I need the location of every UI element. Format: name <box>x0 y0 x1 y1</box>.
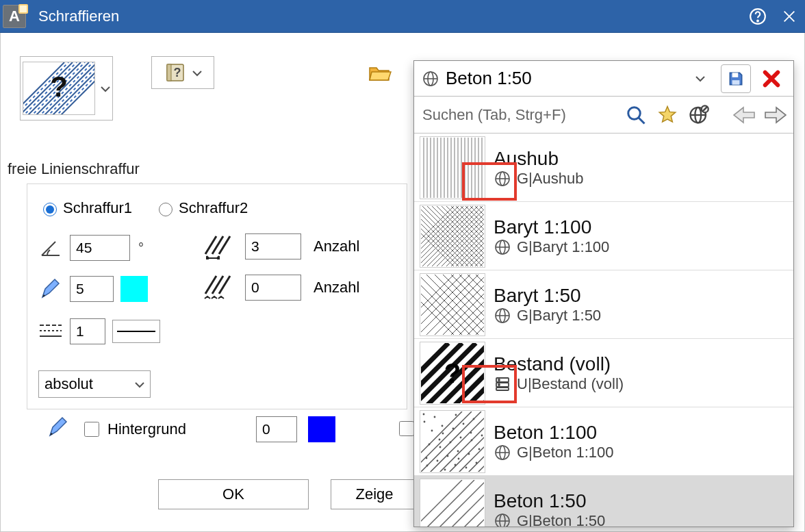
list-item[interactable]: Baryt 1:100 G|Baryt 1:100 <box>414 202 793 270</box>
nav-back-icon[interactable] <box>732 103 756 127</box>
pen-input[interactable] <box>70 276 114 302</box>
svg-point-190 <box>478 448 481 450</box>
list-item[interactable]: Beton 1:50 G|Beton 1:50 <box>414 476 793 527</box>
section-label: freie Linienschraffur <box>8 160 140 178</box>
background-value-input[interactable] <box>256 416 297 442</box>
linetype-input[interactable] <box>70 318 105 344</box>
svg-point-180 <box>442 425 444 427</box>
svg-point-197 <box>468 453 470 455</box>
save-button[interactable] <box>721 64 751 93</box>
favorite-star-icon[interactable] <box>655 103 680 127</box>
pencil-icon <box>47 416 71 442</box>
pattern-thumb <box>420 136 485 199</box>
search-input[interactable]: Suchen (Tab, Strg+F) <box>420 103 617 127</box>
degree-label: ° <box>138 240 144 256</box>
globe-icon <box>494 238 511 256</box>
angle-icon <box>38 236 63 260</box>
svg-line-81 <box>470 206 484 266</box>
svg-point-185 <box>460 436 462 438</box>
globe-icon <box>421 69 440 88</box>
dropdown-toggle[interactable] <box>685 64 715 93</box>
search-icon[interactable] <box>624 103 648 127</box>
chevron-down-icon <box>101 86 110 91</box>
svg-line-123 <box>451 275 484 335</box>
pattern-thumb: ? <box>420 342 485 405</box>
svg-rect-160 <box>496 388 509 390</box>
svg-point-181 <box>457 450 459 452</box>
svg-point-183 <box>429 443 431 445</box>
x-icon <box>762 69 781 88</box>
radio-schraffur1[interactable]: Schraffur1 <box>40 199 132 217</box>
svg-point-201 <box>471 439 473 441</box>
pattern-thumb <box>420 410 485 473</box>
ok-button[interactable]: OK <box>158 479 309 509</box>
svg-line-164 <box>421 411 472 472</box>
svg-text:?: ? <box>174 66 181 79</box>
svg-text:?: ? <box>50 71 68 103</box>
svg-rect-19 <box>167 64 171 81</box>
svg-point-186 <box>476 461 478 464</box>
linetype-preview[interactable] <box>112 320 160 343</box>
background-color-swatch[interactable] <box>308 416 335 442</box>
svg-line-105 <box>470 206 484 266</box>
item-text: Beton 1:50 G|Beton 1:50 <box>491 490 605 527</box>
close-button[interactable] <box>774 1 805 32</box>
background-row: Hintergrund <box>47 416 335 442</box>
anzahl-label: Anzahl <box>314 238 359 255</box>
pattern-list[interactable]: Aushub G|Aushub Baryt 1:100 G|Baryt 1:10… <box>414 134 793 527</box>
radio-label: Schraffur1 <box>63 199 132 217</box>
svg-line-118 <box>421 275 470 335</box>
server-icon <box>494 375 511 393</box>
svg-line-209 <box>421 480 474 527</box>
item-title: Aushub <box>494 148 583 170</box>
folder-open-icon <box>368 64 392 83</box>
app-icon: A <box>3 5 26 28</box>
angle-input[interactable] <box>70 235 130 261</box>
svg-point-194 <box>481 434 483 436</box>
popup-header: Beton 1:50 <box>414 61 793 97</box>
delete-button[interactable] <box>756 64 787 93</box>
background-label: Hintergrund <box>107 420 186 438</box>
svg-point-184 <box>444 468 446 470</box>
svg-line-65 <box>421 206 454 266</box>
svg-rect-35 <box>732 73 739 77</box>
zeige-button[interactable]: Zeige <box>331 479 418 509</box>
dialog-body: ? ? freie Linienschraffur Schraffur1 <box>0 33 805 532</box>
nav-forward-icon[interactable] <box>763 103 788 127</box>
anzahl1-input[interactable] <box>245 233 301 259</box>
list-item[interactable]: Baryt 1:50 G|Baryt 1:50 <box>414 270 793 339</box>
selected-name[interactable]: Beton 1:50 <box>446 68 680 89</box>
list-item[interactable]: Aushub G|Aushub <box>414 134 793 202</box>
extra-checkbox[interactable] <box>396 419 413 435</box>
book-help-icon: ? <box>164 61 187 84</box>
help-button[interactable] <box>742 1 774 32</box>
svg-line-138 <box>459 275 484 335</box>
globe-filter-icon[interactable] <box>687 103 711 127</box>
anzahl2-input[interactable] <box>245 275 301 301</box>
list-item[interactable]: Beton 1:100 G|Beton 1:100 <box>414 407 793 476</box>
pen-color-swatch[interactable] <box>120 276 148 302</box>
svg-point-202 <box>426 464 429 466</box>
svg-line-116 <box>421 275 454 335</box>
folder-open-button[interactable] <box>366 62 394 85</box>
globe-icon <box>494 170 511 188</box>
svg-line-208 <box>421 480 462 527</box>
svg-point-37 <box>628 107 641 119</box>
svg-point-161 <box>498 379 500 381</box>
item-text: Aushub G|Aushub <box>491 148 583 188</box>
svg-point-178 <box>470 431 472 433</box>
background-checkbox[interactable]: Hintergrund <box>81 420 186 439</box>
radio-schraffur2[interactable]: Schraffur2 <box>155 199 248 217</box>
svg-point-188 <box>447 455 449 457</box>
pattern-preview-dropdown[interactable]: ? <box>20 56 113 121</box>
chevron-down-icon <box>135 381 144 387</box>
svg-point-187 <box>431 429 433 431</box>
library-dropdown[interactable]: ? <box>151 56 214 89</box>
search-bar: Suchen (Tab, Strg+F) <box>414 97 793 134</box>
chevron-down-icon <box>192 70 202 75</box>
svg-point-179 <box>426 457 428 459</box>
mode-select[interactable]: absolut <box>38 370 151 398</box>
svg-line-89 <box>421 206 454 266</box>
svg-line-165 <box>421 411 481 472</box>
list-item[interactable]: ? Bestand (voll) U|Bestand (voll) <box>414 339 793 407</box>
